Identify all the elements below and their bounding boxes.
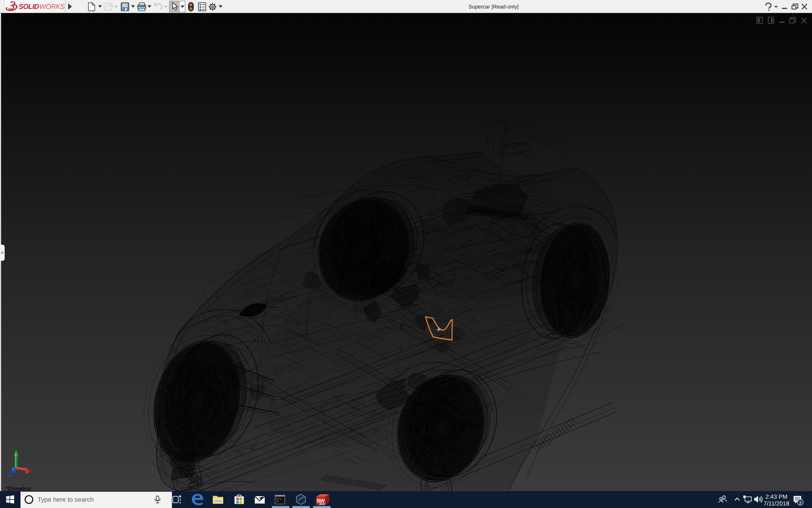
svg-text:Supercar [Read-only]: Supercar [Read-only] [469,4,518,10]
svg-text:WORKS: WORKS [39,3,65,11]
svg-text:2017: 2017 [319,503,326,506]
svg-text:2:43 PM: 2:43 PM [765,493,787,500]
svg-text:Type here to search: Type here to search [38,496,94,503]
svg-text:7/11/2018: 7/11/2018 [763,500,789,507]
svg-text:SOLID: SOLID [19,3,39,11]
svg-text:C:\_: C:\_ [276,497,283,500]
svg-text:3: 3 [799,500,802,505]
